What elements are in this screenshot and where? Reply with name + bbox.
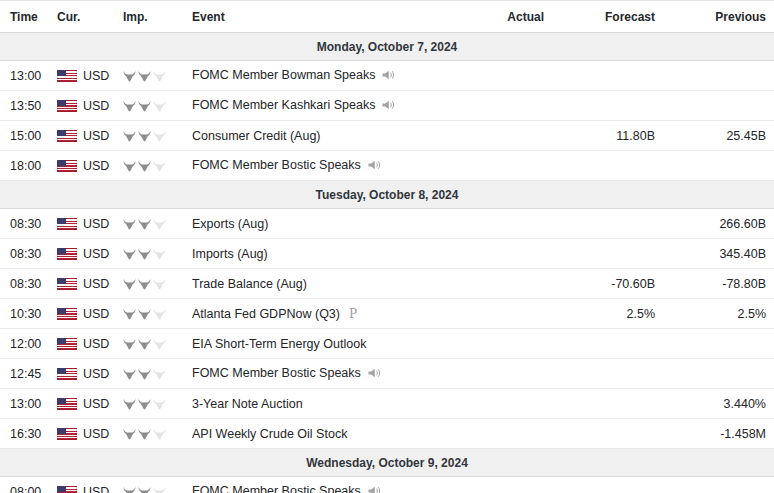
previous-value [663,329,774,359]
bull-icon [138,487,151,493]
event-row[interactable]: 15:00 USD Consumer Credit (Aug) 11.80B 2… [0,121,774,151]
currency-label: USD [83,337,109,351]
event-link[interactable]: API Weekly Crude Oil Stock [192,427,347,441]
currency-label: USD [83,277,109,291]
previous-value: -78.80B [663,269,774,299]
bull-icon [153,101,166,112]
event-link[interactable]: FOMC Member Bowman Speaks [192,68,375,82]
event-row[interactable]: 16:30 USD API Weekly Crude Oil Stock -1.… [0,419,774,449]
forecast-value [552,477,663,493]
event-link[interactable]: FOMC Member Bostic Speaks [192,366,361,380]
actual-value [490,239,552,269]
bull-icon [153,487,166,493]
bull-icon [123,131,136,142]
preliminary-icon: P [349,307,357,321]
bull-icon [138,161,151,172]
actual-value [490,419,552,449]
previous-value [663,61,774,91]
bull-icon [153,71,166,82]
day-header-row: Monday, October 7, 2024 [0,33,774,61]
speaker-icon [368,367,381,381]
bull-icon [138,131,151,142]
event-link[interactable]: Exports (Aug) [192,217,268,231]
event-row[interactable]: 13:00 USD 3-Year Note Auction 3.440% [0,389,774,419]
bull-icon [138,399,151,410]
bull-icon [123,399,136,410]
event-link[interactable]: Trade Balance (Aug) [192,277,307,291]
bull-icon [123,249,136,260]
us-flag-icon [57,308,77,320]
forecast-value [552,389,663,419]
bull-icon [153,369,166,380]
event-cell: Atlanta Fed GDPNow (Q3)P [182,299,490,329]
event-currency-cell: USD [47,209,113,239]
previous-value [663,91,774,121]
day-header-row: Tuesday, October 8, 2024 [0,181,774,209]
event-currency-cell: USD [47,299,113,329]
calendar-body: Monday, October 7, 2024 13:00 USD FOMC M… [0,33,774,493]
importance-indicator [113,419,182,449]
event-row[interactable]: 08:30 USD Trade Balance (Aug) -70.60B -7… [0,269,774,299]
bull-icon [138,339,151,350]
event-row[interactable]: 13:00 USD FOMC Member Bowman Speaks [0,61,774,91]
currency-label: USD [83,247,109,261]
importance-indicator [113,239,182,269]
event-row[interactable]: 12:00 USD EIA Short-Term Energy Outlook [0,329,774,359]
event-row[interactable]: 18:00 USD FOMC Member Bostic Speaks [0,151,774,181]
column-header-previous: Previous [663,1,774,33]
importance-indicator [113,209,182,239]
bull-icon [123,309,136,320]
us-flag-icon [57,338,77,350]
importance-indicator [113,269,182,299]
currency-label: USD [83,99,109,113]
us-flag-icon [57,218,77,230]
bull-icon [123,101,136,112]
event-time: 16:30 [0,419,47,449]
event-link[interactable]: Imports (Aug) [192,247,268,261]
us-flag-icon [57,160,77,172]
bull-icon [138,101,151,112]
forecast-value: 2.5% [552,299,663,329]
us-flag-icon [57,428,77,440]
event-row[interactable]: 08:00 USD FOMC Member Bostic Speaks [0,477,774,493]
event-link[interactable]: Atlanta Fed GDPNow (Q3) [192,307,340,321]
bull-icon [123,369,136,380]
calendar-header: Time Cur. Imp. Event Actual Forecast Pre… [0,1,774,33]
currency-label: USD [83,69,109,83]
event-cell: EIA Short-Term Energy Outlook [182,329,490,359]
event-cell: Imports (Aug) [182,239,490,269]
speaker-icon [382,69,395,83]
event-link[interactable]: FOMC Member Kashkari Speaks [192,98,375,112]
bull-icon [138,71,151,82]
event-row[interactable]: 08:30 USD Imports (Aug) 345.40B [0,239,774,269]
event-link[interactable]: 3-Year Note Auction [192,397,303,411]
bull-icon [153,339,166,350]
bull-icon [123,71,136,82]
bull-icon [153,429,166,440]
bull-icon [123,429,136,440]
event-row[interactable]: 08:30 USD Exports (Aug) 266.60B [0,209,774,239]
forecast-value [552,209,663,239]
bull-icon [138,219,151,230]
event-link[interactable]: Consumer Credit (Aug) [192,129,321,143]
event-link[interactable]: FOMC Member Bostic Speaks [192,158,361,172]
importance-indicator [113,389,182,419]
event-time: 13:50 [0,91,47,121]
actual-value [490,209,552,239]
us-flag-icon [57,100,77,112]
currency-label: USD [83,397,109,411]
event-row[interactable]: 12:45 USD FOMC Member Bostic Speaks [0,359,774,389]
event-link[interactable]: FOMC Member Bostic Speaks [192,484,361,493]
event-row[interactable]: 13:50 USD FOMC Member Kashkari Speaks [0,91,774,121]
event-time: 12:00 [0,329,47,359]
event-link[interactable]: EIA Short-Term Energy Outlook [192,337,366,351]
event-currency-cell: USD [47,61,113,91]
day-header-label: Monday, October 7, 2024 [0,33,774,61]
bull-icon [153,219,166,230]
column-header-time: Time [0,1,47,33]
event-row[interactable]: 10:30 USD Atlanta Fed GDPNow (Q3)P 2.5% … [0,299,774,329]
importance-indicator [113,299,182,329]
actual-value [490,61,552,91]
forecast-value [552,329,663,359]
column-header-event: Event [182,1,490,33]
